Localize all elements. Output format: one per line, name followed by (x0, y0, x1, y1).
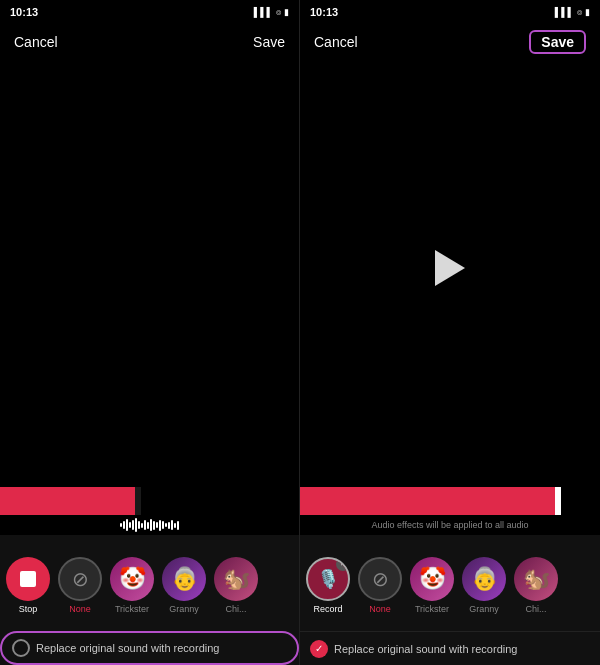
progress-bar-left[interactable] (0, 487, 299, 515)
waveform-bar (168, 522, 170, 529)
replace-row-left[interactable]: Replace original sound with recording (0, 631, 299, 665)
trickster-circle-left: 🤡 (110, 557, 154, 601)
effect-none-left[interactable]: ⊘ None (58, 557, 102, 614)
cancel-button-right[interactable]: Cancel (314, 34, 358, 50)
effect-trickster-right[interactable]: 🤡 Trickster (410, 557, 454, 614)
left-panel: 10:13 ▌▌▌ ⌾ ▮ Cancel Save (0, 0, 300, 665)
waveform-right: Audio effects will be applied to all aud… (300, 515, 600, 535)
no-sign-icon-left: ⊘ (72, 567, 89, 591)
waveform-bar (150, 519, 152, 531)
chipmunk-circle-right: 🐿️ (514, 557, 558, 601)
waveform-bar (177, 521, 179, 530)
bottom-controls-left: Stop ⊘ None 🤡 Trickster 👵 G (0, 535, 299, 665)
effect-granny-right[interactable]: 👵 Granny (462, 557, 506, 614)
timeline-area-right: Audio effects will be applied to all aud… (300, 475, 600, 535)
granny-label-left: Granny (169, 604, 199, 614)
status-icons-right: ▌▌▌ ⌾ ▮ (555, 7, 590, 17)
trickster-label-left: Trickster (115, 604, 149, 614)
save-button-left[interactable]: Save (253, 34, 285, 50)
trickster-circle-right: 🤡 (410, 557, 454, 601)
wifi-icon-right: ⌾ (577, 7, 582, 17)
chipmunk-label-right: Chi... (525, 604, 546, 614)
effect-none-right[interactable]: ⊘ None (358, 557, 402, 614)
chipmunk-circle-left: 🐿️ (214, 557, 258, 601)
signal-icon-left: ▌▌▌ (254, 7, 273, 17)
battery-icon-right: ▮ (585, 7, 590, 17)
status-bar-right: 10:13 ▌▌▌ ⌾ ▮ (300, 0, 600, 24)
waveform-bar (141, 523, 143, 528)
timeline-area-left (0, 475, 299, 535)
effect-chipmunk-left[interactable]: 🐿️ Chi... (214, 557, 258, 614)
audio-note: Audio effects will be applied to all aud… (368, 518, 533, 532)
no-sign-icon-right: ⊘ (372, 567, 389, 591)
replace-checkbox-left[interactable] (12, 639, 30, 657)
video-area-left[interactable] (0, 60, 299, 475)
granny-icon-right: 👵 (471, 568, 498, 590)
chipmunk-icon-right: 🐿️ (523, 568, 550, 590)
save-button-right[interactable]: Save (529, 30, 586, 54)
record-effect-item: 🎙️ ✕ Record (306, 557, 350, 614)
chipmunk-icon-left: 🐿️ (223, 568, 250, 590)
status-bar-left: 10:13 ▌▌▌ ⌾ ▮ (0, 0, 299, 24)
header-bar-right: Cancel Save (300, 24, 600, 60)
effects-row-left: Stop ⊘ None 🤡 Trickster 👵 G (0, 535, 299, 631)
none-circle-left: ⊘ (58, 557, 102, 601)
mic-icon: 🎙️ (317, 568, 339, 590)
replace-row-right[interactable]: ✓ Replace original sound with recording (300, 631, 600, 665)
granny-label-right: Granny (469, 604, 499, 614)
granny-circle-left: 👵 (162, 557, 206, 601)
waveform-bar (135, 518, 137, 532)
checkmark-icon: ✓ (315, 643, 323, 654)
battery-icon-left: ▮ (284, 7, 289, 17)
waveform-bar (120, 523, 122, 527)
stop-button[interactable] (6, 557, 50, 601)
none-label-left: None (69, 604, 91, 614)
replace-checkmark-right[interactable]: ✓ (310, 640, 328, 658)
play-button-right[interactable] (435, 250, 465, 286)
waveform-bar (123, 521, 125, 529)
granny-icon-left: 👵 (171, 568, 198, 590)
trickster-icon-left: 🤡 (119, 568, 146, 590)
status-icons-left: ▌▌▌ ⌾ ▮ (254, 7, 289, 17)
waveform-bar (153, 521, 155, 530)
record-button[interactable]: 🎙️ ✕ (306, 557, 350, 601)
trickster-icon-right: 🤡 (419, 568, 446, 590)
effect-chipmunk-right[interactable]: 🐿️ Chi... (514, 557, 558, 614)
waveform-left (0, 515, 299, 535)
waveform-bar (126, 519, 128, 531)
right-panel: 10:13 ▌▌▌ ⌾ ▮ Cancel Save Audio effects … (300, 0, 600, 665)
waveform-bar (174, 523, 176, 528)
effect-trickster-left[interactable]: 🤡 Trickster (110, 557, 154, 614)
stop-icon (20, 571, 36, 587)
effects-row-right: 🎙️ ✕ Record ⊘ None 🤡 Trickster (300, 535, 600, 631)
stop-effect-item: Stop (6, 557, 50, 614)
status-time-right: 10:13 (310, 6, 338, 18)
waveform-bars-left (120, 517, 179, 533)
video-area-right[interactable] (300, 60, 600, 475)
wifi-icon-left: ⌾ (276, 7, 281, 17)
x-badge: ✕ (336, 557, 350, 571)
waveform-bar (132, 520, 134, 530)
waveform-bar (156, 522, 158, 528)
cancel-button-left[interactable]: Cancel (14, 34, 58, 50)
progress-track-right (300, 487, 600, 515)
replace-text-left: Replace original sound with recording (36, 642, 219, 654)
waveform-bar (162, 521, 164, 529)
progress-track-left (0, 487, 299, 515)
progress-bar-right[interactable] (300, 487, 600, 515)
none-circle-right: ⊘ (358, 557, 402, 601)
record-label: Record (313, 604, 342, 614)
replace-text-right: Replace original sound with recording (334, 643, 517, 655)
waveform-bar (165, 523, 167, 527)
granny-circle-right: 👵 (462, 557, 506, 601)
signal-icon-right: ▌▌▌ (555, 7, 574, 17)
chipmunk-label-left: Chi... (225, 604, 246, 614)
waveform-bar (147, 522, 149, 529)
waveform-bar (138, 521, 140, 529)
effect-granny-left[interactable]: 👵 Granny (162, 557, 206, 614)
stop-label: Stop (19, 604, 38, 614)
waveform-bar (171, 520, 173, 530)
none-label-right: None (369, 604, 391, 614)
waveform-bar (144, 520, 146, 530)
bottom-controls-right: 🎙️ ✕ Record ⊘ None 🤡 Trickster (300, 535, 600, 665)
